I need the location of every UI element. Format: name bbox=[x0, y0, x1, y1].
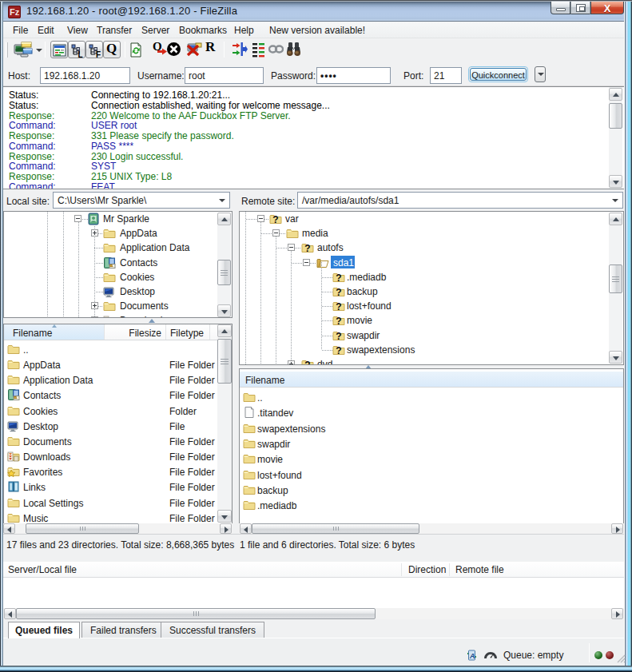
svg-text:Fz: Fz bbox=[10, 7, 20, 17]
svg-text:A: A bbox=[469, 652, 475, 660]
svg-text:L: L bbox=[78, 50, 83, 58]
svg-text:F: F bbox=[96, 50, 101, 58]
